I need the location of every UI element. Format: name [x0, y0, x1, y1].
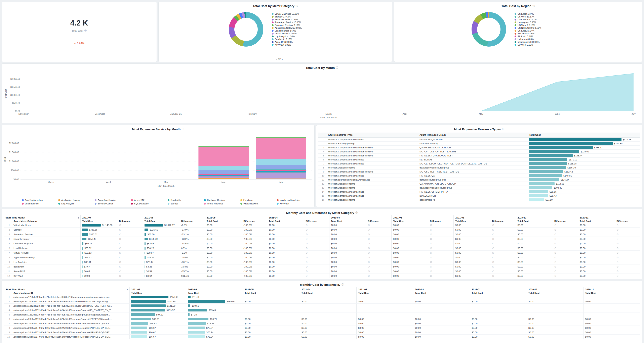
difference-header[interactable]: Difference — [428, 220, 454, 223]
bar-segment[interactable] — [198, 175, 249, 176]
info-icon[interactable]: ⓘ — [182, 127, 184, 131]
region-donut-chart[interactable] — [472, 12, 506, 46]
month-header[interactable]: 2021-02 — [413, 287, 470, 291]
month-header[interactable]: 2021-07 — [130, 287, 186, 291]
legend-item[interactable]: Intercontinental 0.00% — [514, 41, 565, 43]
col-header-total-cost[interactable]: Total Cost ▾ — [528, 133, 640, 138]
bar-segment[interactable] — [198, 166, 249, 170]
month-header[interactable]: 2020-11 — [578, 215, 640, 220]
difference-header[interactable]: Difference — [491, 220, 516, 223]
table-row[interactable]: 8/subscriptions/20d6a917-99fa-4b1b-9b2e-… — [4, 326, 640, 330]
total-cost-header[interactable]: Total Cost — [243, 291, 300, 295]
table-row[interactable]: 1Virtual Machines$1,143.93∅$1,072.17-6.3… — [4, 223, 640, 228]
table-row[interactable]: 6Microsoft.Compute/virtualMachinesKERBER… — [318, 158, 640, 162]
sort-icon[interactable]: ▾ — [638, 134, 638, 136]
table-row[interactable]: 15Microsoft.Compute/virtualMachinesBUILD… — [318, 194, 640, 198]
table-row[interactable]: 10Microsoft.Compute/virtualMachinesHARNE… — [318, 174, 640, 178]
bar-segment[interactable] — [256, 179, 306, 179]
row-dimension-header[interactable]: Azure Instance ID — [12, 291, 130, 295]
table-row[interactable]: 7/subscriptions/20d6a917-99fa-4b1b-9b2e-… — [4, 321, 640, 326]
table-row[interactable]: 12microsoft.web/serverfarmsQA-AUTOMATION… — [318, 182, 640, 186]
legend-item[interactable]: Functions — [240, 199, 276, 201]
total-cost-header[interactable]: Total Cost — [391, 220, 428, 223]
total-cost-header[interactable]: Total Cost — [526, 291, 583, 295]
total-cost-header[interactable]: Total Cost — [454, 220, 491, 223]
total-cost-header[interactable]: Total Cost — [413, 291, 470, 295]
info-icon[interactable]: ⓘ — [84, 29, 87, 32]
table-row[interactable]: 2/subscriptions/20d6a917-99fa-4b1b-9b2e-… — [4, 299, 640, 304]
legend-item[interactable]: App Configuration — [22, 199, 57, 201]
table-row[interactable]: 7Microsoft.Compute/virtualMachinesMC_CER… — [318, 162, 640, 166]
legend-item[interactable]: Virtual Machines 52.88% — [272, 13, 322, 15]
bar-segment[interactable] — [198, 174, 249, 174]
month-header[interactable]: 2020-12 — [526, 287, 583, 291]
table-row[interactable]: 9Log Analytics$33.11∅$23.14-30.1%$0.00-1… — [4, 260, 640, 265]
info-icon[interactable]: ⓘ — [342, 283, 344, 286]
total-cost-header[interactable]: Total Cost — [300, 291, 356, 295]
legend-item[interactable]: Load Balancer 2.67% — [272, 29, 322, 32]
table-row[interactable]: 8Application Gateway$46.52∅$79.3570.6%$0… — [4, 255, 640, 260]
legend-item[interactable]: IN Central 0.06% — [514, 32, 565, 35]
difference-header[interactable]: Difference — [118, 220, 143, 223]
legend-item[interactable]: Azure App Service 10.00% — [272, 21, 322, 24]
total-cost-header[interactable]: Total Cost — [470, 291, 526, 295]
difference-header[interactable]: Difference — [615, 220, 640, 223]
total-cost-header[interactable]: Total Cost — [267, 220, 304, 223]
legend-item[interactable]: Container Registry 3.17% — [272, 24, 322, 26]
table-row[interactable]: 3/subscriptions/12d2db62-5aa9-471d-84bb-… — [4, 304, 640, 308]
table-row[interactable]: 1/subscriptions/12d2db62-5aa9-471d-84bb-… — [4, 295, 640, 299]
legend-item[interactable]: Security Center — [95, 202, 130, 205]
bar-segment[interactable] — [198, 175, 249, 176]
legend-item[interactable]: Load Balancer — [22, 202, 57, 205]
month-header[interactable]: 2021-03 — [356, 287, 413, 291]
table-row[interactable]: 12Key Vault$0.08∅$0.64691.0%$0.00-100.0%… — [4, 274, 640, 278]
total-cost-header[interactable]: Total Cost — [186, 291, 243, 295]
month-header[interactable]: 2021-06 — [186, 287, 243, 291]
legend-item[interactable]: Security Center 10.82% — [272, 18, 322, 21]
table-row[interactable]: 5Container Registry$80.36∅$52.53-34.6%$0… — [4, 241, 640, 246]
legend-item[interactable]: Key Vault 0.02% — [272, 43, 322, 46]
table-row[interactable]: 16microsoft.web/serverfarmsdocexample-rg… — [318, 198, 640, 202]
table-row[interactable]: 6Load Balancer$55.82∅$56.230.7%$0.00-100… — [4, 246, 640, 251]
bar-segment[interactable] — [256, 171, 306, 172]
meter-donut-chart[interactable] — [229, 12, 263, 46]
info-icon[interactable]: ⓘ — [532, 4, 535, 8]
legend-item[interactable]: Container Registry — [204, 199, 239, 201]
difference-header[interactable]: Difference — [242, 220, 267, 223]
bar-segment[interactable] — [256, 171, 306, 171]
legend-item[interactable]: US West 2 5.18% — [514, 24, 565, 26]
service-by-month-chart[interactable]: $0.00$500.00$1,000.00$1,500.00$2,000.00M… — [3, 134, 314, 190]
legend-item[interactable]: US West 19.17% — [514, 15, 565, 18]
table-row[interactable]: 5/subscriptions/12d2db62-5aa9-471d-84bb-… — [4, 313, 640, 317]
month-header[interactable]: 2020-12 — [516, 215, 578, 220]
legend-item[interactable]: Storage 13.42% — [272, 15, 322, 18]
bar-segment[interactable] — [198, 176, 249, 176]
area-series[interactable] — [24, 73, 634, 111]
legend-item[interactable]: Storage — [168, 202, 203, 205]
legend-item[interactable]: US East 2 0.94% — [514, 29, 565, 32]
table-row[interactable]: 4/subscriptions/20d6a917-99fa-4b1b-9b2e-… — [4, 308, 640, 313]
bar-segment[interactable] — [256, 159, 306, 165]
bar-segment[interactable] — [256, 173, 306, 179]
table-row[interactable]: 3Azure App Service$330.51∅$88.80-73.1%$0… — [4, 232, 640, 237]
info-icon[interactable]: ⓘ — [336, 66, 338, 69]
legend-item[interactable]: US East 51.37% — [514, 13, 565, 15]
info-icon[interactable]: ⓘ — [502, 127, 504, 131]
table-row[interactable]: 8microsoft.web/serverfarmsdevappservicer… — [318, 166, 640, 170]
row-dimension-header[interactable]: Azure Meter Category — [12, 220, 80, 223]
difference-header[interactable]: Difference — [366, 220, 392, 223]
pager-down-icon[interactable]: ▾ — [282, 58, 283, 60]
difference-header[interactable]: Difference — [304, 220, 330, 223]
legend-item[interactable]: Unknown 0.03% — [514, 38, 565, 40]
table-row[interactable]: 13App Configuration$0.00∅$0.00∅$0.00∅$0.… — [4, 278, 640, 279]
legend-item[interactable]: EU West 0.00% — [514, 43, 565, 46]
legend-item[interactable]: IN South 0.04% — [514, 35, 565, 38]
table-row[interactable]: 2Storage$336.85∅$225.59-33.0%$0.00-100.0… — [4, 228, 640, 232]
month-header[interactable]: 2021-03 — [329, 215, 391, 220]
bar-segment[interactable] — [256, 169, 306, 170]
legend-item[interactable]: Bandwidth 0.19% — [272, 38, 322, 40]
month-header[interactable]: 2021-02 — [391, 215, 454, 220]
month-header[interactable]: 2021-04 — [300, 287, 356, 291]
table-row[interactable]: 10/subscriptions/20d6a917-99fa-4b1b-9b2e… — [4, 335, 640, 339]
legend-item[interactable]: Key Vault — [277, 202, 312, 205]
